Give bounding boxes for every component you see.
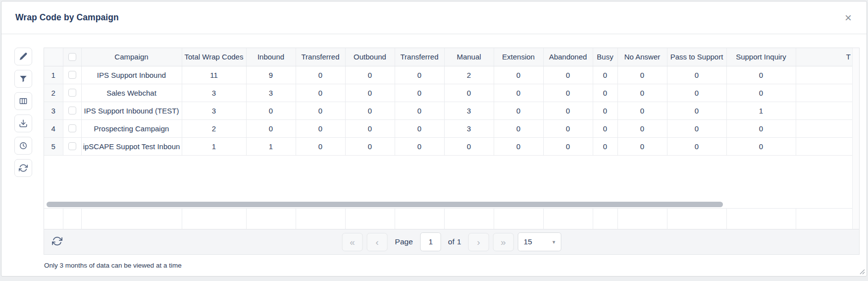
value-cell: 0 [617, 84, 667, 102]
history-icon [19, 141, 28, 150]
value-cell: 0 [593, 137, 617, 155]
column-header-abandoned[interactable]: Abandoned [543, 48, 593, 66]
column-header-busy[interactable]: Busy [593, 48, 617, 66]
value-cell: 0 [543, 119, 593, 137]
page-title: Wrap Code by Campaign [15, 12, 843, 23]
value-cell: 0 [395, 119, 444, 137]
resize-grip[interactable] [859, 269, 865, 275]
download-icon [19, 119, 28, 128]
pinned-row [44, 208, 852, 229]
columns-button[interactable] [14, 92, 32, 110]
value-cell: 0 [395, 66, 444, 84]
value-cell: 0 [296, 102, 345, 119]
column-header-pass-to-support[interactable]: Pass to Support [667, 48, 726, 66]
column-header-outbound[interactable]: Outbound [345, 48, 395, 66]
value-cell: 0 [667, 137, 726, 155]
pinned-cell [667, 208, 726, 229]
filler-cell [796, 119, 852, 137]
column-header-label: Transferred [302, 53, 340, 61]
value-cell: 0 [345, 66, 395, 84]
column-header-transferred[interactable]: Transferred [296, 48, 345, 66]
value-cell: 1 [246, 137, 296, 155]
row-checkbox-cell [63, 84, 81, 102]
edit-button[interactable] [14, 48, 32, 65]
campaign-cell: Sales Webchat [81, 84, 182, 102]
data-table: CampaignTotal Wrap CodesInboundTransferr… [44, 48, 852, 156]
value-cell: 0 [543, 102, 593, 119]
value-cell: 0 [395, 102, 444, 119]
last-page-button[interactable]: » [493, 233, 513, 251]
page-of-total: of1 [448, 237, 461, 246]
horizontal-scrollbar-thumb[interactable] [47, 202, 723, 207]
vertical-scrollbar-gutter [852, 48, 859, 229]
close-icon[interactable]: × [843, 11, 854, 25]
value-cell: 0 [617, 66, 667, 84]
column-header-no-answer[interactable]: No Answer [617, 48, 667, 66]
value-cell: 1 [726, 102, 796, 119]
column-header-label: No Answer [624, 53, 661, 61]
row-checkbox[interactable] [68, 89, 76, 97]
page-number-input[interactable] [420, 232, 441, 251]
next-page-button[interactable]: › [468, 233, 489, 251]
value-cell: 0 [494, 137, 543, 155]
value-cell: 0 [593, 66, 617, 84]
value-cell: 3 [444, 102, 494, 119]
table-row[interactable]: 5ipSCAPE Suppot Test Inboun110000000000 [44, 137, 852, 155]
value-cell: 2 [444, 66, 494, 84]
row-checkbox[interactable] [68, 71, 76, 79]
pinned-cell [81, 208, 182, 229]
column-header-inbound[interactable]: Inbound [246, 48, 296, 66]
pagination-bar: « ‹ Page of1 › » 15 ▾ [44, 229, 860, 255]
value-cell: 0 [543, 84, 593, 102]
value-cell: 11 [182, 66, 246, 84]
value-cell: 0 [395, 84, 444, 102]
pinned-cell [444, 208, 494, 229]
refresh-icon [19, 164, 28, 172]
download-button[interactable] [14, 114, 32, 132]
table-row[interactable]: 3IPS Support Inbound (TEST)300003000001 [44, 102, 852, 119]
previous-page-icon: ‹ [375, 237, 378, 247]
table-row[interactable]: 1IPS Support Inbound1190002000000 [44, 66, 852, 84]
filler-cell [796, 66, 852, 84]
row-checkbox[interactable] [68, 142, 76, 150]
value-cell: 0 [593, 102, 617, 119]
first-page-button[interactable]: « [342, 233, 363, 251]
row-checkbox-cell [63, 102, 81, 119]
pinned-cell [796, 208, 852, 229]
value-cell: 0 [494, 119, 543, 137]
refresh-button[interactable] [14, 159, 32, 177]
value-cell: 0 [296, 119, 345, 137]
filter-button[interactable] [14, 70, 32, 88]
refresh-button[interactable] [52, 236, 62, 248]
column-header-label: Manual [457, 53, 481, 61]
value-cell: 0 [246, 119, 296, 137]
first-page-icon: « [350, 237, 355, 247]
value-cell: 0 [345, 84, 395, 102]
column-header-label: Transferred [401, 53, 439, 61]
clipped-column-label: T [797, 53, 852, 61]
value-cell: 0 [345, 119, 395, 137]
column-header-total-wrap-codes[interactable]: Total Wrap Codes [182, 48, 246, 66]
total-pages: 1 [457, 237, 461, 246]
campaign-cell: ipSCAPE Suppot Test Inboun [81, 137, 182, 155]
row-checkbox[interactable] [68, 124, 76, 132]
column-header-manual[interactable]: Manual [444, 48, 494, 66]
row-number-cell: 3 [44, 102, 63, 119]
previous-page-button[interactable]: ‹ [367, 233, 388, 251]
table-row[interactable]: 4Prospecting Campaign200003000000 [44, 119, 852, 137]
column-header-campaign[interactable]: Campaign [81, 48, 182, 66]
column-header-label: Outbound [354, 53, 386, 61]
column-header-transferred[interactable]: Transferred [395, 48, 444, 66]
chevron-down-icon: ▾ [553, 239, 556, 245]
row-checkbox[interactable] [68, 107, 76, 114]
pinned-cell [246, 208, 296, 229]
value-cell: 0 [617, 119, 667, 137]
column-header-extension[interactable]: Extension [494, 48, 543, 66]
column-header-support-inquiry[interactable]: Support Inquiry [726, 48, 796, 66]
table-row[interactable]: 2Sales Webchat330000000000 [44, 84, 852, 102]
pinned-empty-row [44, 208, 852, 229]
value-cell: 9 [246, 66, 296, 84]
page-size-select[interactable]: 15 ▾ [517, 232, 561, 251]
select-all-checkbox[interactable] [68, 53, 76, 61]
history-button[interactable] [14, 137, 32, 155]
